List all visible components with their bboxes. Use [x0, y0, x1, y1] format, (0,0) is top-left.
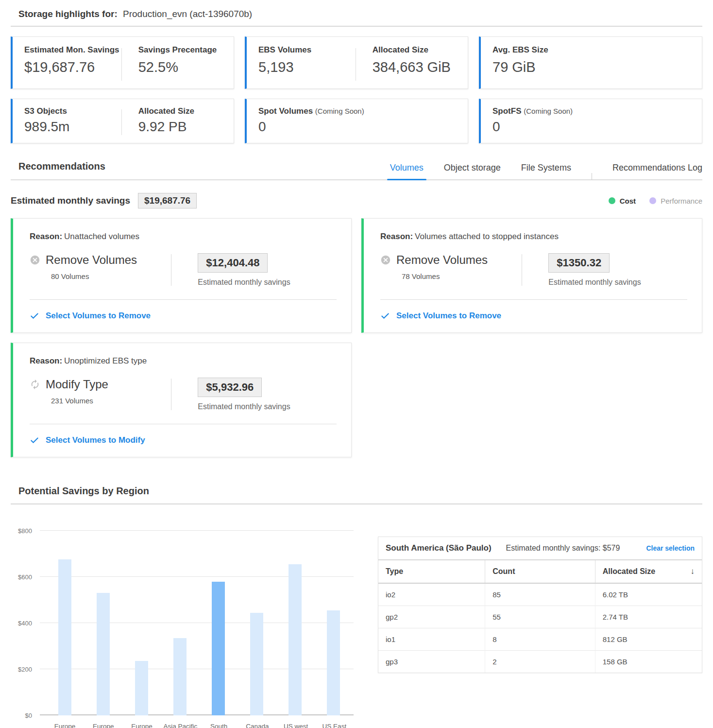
page-header: Storage highlights for: Production_evn (…: [11, 0, 702, 19]
estimated-monthly-savings-label: Estimated monthly savings: [11, 195, 130, 206]
column-count: Count: [485, 560, 595, 583]
stat-allocated-size-s3: Allocated Size 9.92 PB: [122, 106, 225, 136]
column-allocated-size[interactable]: Allocated Size ↓: [595, 560, 702, 583]
stat-value: $19,687.76: [24, 59, 121, 75]
stat-spotfs: SpotFS (Coming Soon) 0: [492, 106, 693, 136]
card-spotfs: SpotFS (Coming Soon) 0: [479, 99, 702, 143]
card-avg-ebs-size: Avg. EBS Size 79 GiB: [479, 36, 702, 89]
cell-type: io2: [378, 583, 485, 606]
cell-count: 85: [485, 583, 595, 606]
region-bar-são-paulo[interactable]: [212, 582, 225, 715]
card-horizontal-divider: [380, 299, 687, 300]
stats-grid: Estimated Mon. Savings $19,687.76 Saving…: [11, 36, 702, 143]
volume-count: 78 Volumes: [402, 272, 522, 280]
x-axis-label: Asia Pacific(Tokyo): [161, 721, 200, 728]
region-bar-central[interactable]: [250, 613, 263, 715]
stat-label: Savings Precentage: [138, 45, 225, 55]
rec-card-stopped-instances: Reason:Volumes attached to stopped insta…: [361, 218, 702, 333]
y-axis-tick: $0: [11, 712, 32, 719]
card-ebs-volumes: EBS Volumes 5,193 Allocated Size 384,663…: [245, 36, 468, 89]
x-axis-label: Europe(Paris): [123, 721, 161, 728]
tab-separator: [592, 173, 592, 180]
stat-value: 5,193: [258, 59, 356, 75]
savings-amount-caption: Estimated monthly savings: [548, 278, 687, 287]
tab-file-systems[interactable]: File Systems: [521, 163, 571, 179]
stat-label: Spot Volumes (Coming Soon): [258, 106, 459, 116]
stat-avg-ebs-size: Avg. EBS Size 79 GiB: [492, 45, 693, 82]
stat-label: Avg. EBS Size: [492, 45, 693, 55]
stat-value: 79 GiB: [492, 59, 693, 75]
region-bar-london[interactable]: [97, 593, 110, 715]
selected-region-title: South America (São Paulo): [386, 543, 492, 553]
action-link-label: Select Volumes to Remove: [46, 311, 151, 321]
column-type: Type: [378, 560, 485, 583]
clear-selection-link[interactable]: Clear selection: [646, 544, 695, 552]
stat-label: Allocated Size: [138, 106, 225, 116]
rec-card-unoptimized-ebs: Reason:Unoptimized EBS type Modify Type …: [11, 343, 352, 457]
cell-count: 55: [485, 606, 595, 628]
header-divider: [11, 26, 702, 27]
stat-label: Estimated Mon. Savings: [24, 45, 121, 55]
stat-allocated-size-ebs: Allocated Size 384,663 GiB: [356, 45, 459, 82]
remove-circle-icon: [30, 255, 40, 265]
y-axis-tick: $200: [11, 666, 32, 673]
bar-slot: [238, 531, 276, 715]
cell-type: io1: [378, 628, 485, 651]
action-link-label: Select Volumes to Modify: [46, 435, 145, 445]
cost-dot-icon: [609, 197, 615, 204]
card-horizontal-divider: [30, 424, 337, 424]
check-icon: [380, 311, 390, 321]
card-estimated-savings: Estimated Mon. Savings $19,687.76 Saving…: [11, 36, 234, 89]
table-row: gp3 2 158 GB: [378, 651, 702, 673]
stat-value: 52.5%: [138, 59, 225, 75]
y-axis-tick: $800: [11, 527, 32, 535]
sort-descending-icon[interactable]: ↓: [691, 567, 695, 576]
region-bar-tokyo[interactable]: [173, 638, 187, 715]
stat-label: S3 Objects: [24, 106, 121, 116]
legend-cost: Cost: [609, 197, 636, 205]
coming-soon-tag: (Coming Soon): [524, 107, 573, 115]
volume-types-table: Type Count Allocated Size ↓ io2 85: [378, 560, 702, 673]
stat-spot-volumes: Spot Volumes (Coming Soon) 0: [258, 106, 459, 136]
tab-object-storage[interactable]: Object storage: [444, 163, 501, 179]
tab-recommendations-log[interactable]: Recommendations Log: [612, 163, 702, 179]
reason-line: Reason:Unattached volumes: [30, 232, 337, 242]
stat-value: 989.5m: [24, 119, 121, 135]
x-axis-label: Canada(Central): [238, 721, 276, 728]
savings-amount-caption: Estimated monthly savings: [198, 402, 337, 411]
tab-volumes[interactable]: Volumes: [390, 163, 424, 179]
cell-type: gp2: [378, 606, 485, 628]
savings-amount-badge: $12,404.48: [198, 253, 268, 273]
region-section-divider: [11, 503, 702, 504]
reason-line: Reason:Volumes attached to stopped insta…: [380, 232, 687, 242]
bar-slot: [276, 531, 314, 715]
region-section-body: $0$200$400$600$800 Europe(Stockholm)Euro…: [11, 525, 702, 728]
cell-count: 8: [485, 628, 595, 651]
region-bar-paris[interactable]: [135, 661, 148, 715]
recommendations-header: Recommendations Volumes Object storage F…: [11, 161, 702, 180]
cell-type: gp3: [378, 651, 485, 673]
region-bar-oregon[interactable]: [289, 564, 302, 715]
x-axis-label: South America(São Paulo): [200, 721, 238, 728]
bar-slot: [161, 531, 199, 715]
chart-plot-area: $0$200$400$600$800: [39, 531, 354, 715]
select-volumes-to-remove-action[interactable]: Select Volumes to Remove: [30, 311, 337, 321]
x-axis-label: Europe(Stockholm): [46, 721, 84, 728]
bar-slot: [199, 531, 238, 715]
action-link-label: Select Volumes to Remove: [396, 311, 501, 321]
action-title: Modify Type: [46, 378, 108, 391]
y-axis-tick: $600: [11, 573, 32, 581]
bar-slot: [122, 531, 161, 715]
table-row: gp2 55 2.74 TB: [378, 606, 702, 628]
stat-value: 0: [258, 119, 459, 135]
region-bar-stockholm[interactable]: [58, 559, 71, 715]
select-volumes-to-modify-action[interactable]: Select Volumes to Modify: [30, 435, 337, 445]
volume-count: 231 Volumes: [51, 397, 171, 405]
stat-label: SpotFS (Coming Soon): [492, 106, 693, 116]
cell-count: 2: [485, 651, 595, 673]
stat-savings-percentage: Savings Precentage 52.5%: [122, 45, 225, 82]
volume-count: 80 Volumes: [51, 272, 171, 280]
rec-card-unattached-volumes: Reason:Unattached volumes Remove Volumes…: [11, 218, 352, 333]
select-volumes-to-remove-action[interactable]: Select Volumes to Remove: [380, 311, 687, 321]
region-bar-ohio[interactable]: [327, 610, 340, 715]
